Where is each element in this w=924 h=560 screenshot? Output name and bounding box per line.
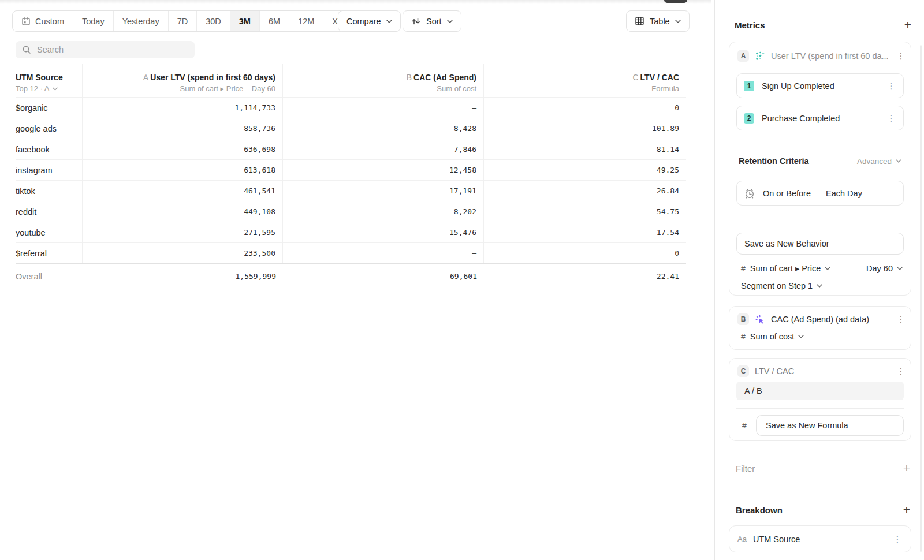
breakdown-property-name: UTM Source	[753, 535, 886, 544]
funnel-step-1[interactable]: 1 Sign Up Completed ⋮	[736, 73, 904, 98]
search-input[interactable]	[37, 45, 188, 54]
card-divider	[736, 408, 904, 409]
criteria-frequency[interactable]: Each Day	[826, 189, 862, 198]
range-7d[interactable]: 7D	[169, 11, 198, 31]
search-box	[16, 41, 195, 58]
event-click-icon	[755, 314, 765, 324]
advanced-toggle[interactable]: Advanced	[857, 157, 901, 166]
step-event-name: Purchase Completed	[762, 114, 878, 123]
segment-dropdown[interactable]: Segment on Step 1	[741, 281, 822, 290]
table-row[interactable]: facebook 636,698 7,846 81.14	[16, 139, 686, 159]
top-scroll-shade	[0, 0, 711, 4]
kebab-menu-icon[interactable]: ⋮	[886, 81, 896, 91]
table-row[interactable]: instagram 613,618 12,458 49.25	[16, 159, 686, 180]
table-row[interactable]: reddit 449,108 8,202 54.75	[16, 201, 686, 222]
range-label: Custom	[35, 17, 64, 26]
add-breakdown-button[interactable]: +	[903, 504, 910, 516]
chevron-down-icon[interactable]	[53, 87, 58, 91]
table-row[interactable]: youtube 271,595 15,476 17.54	[16, 222, 686, 242]
save-as-new-behavior-button[interactable]: Save as New Behavior	[736, 233, 904, 255]
metric-card-c: C LTV / CAC ⋮ A / B # Save as New Formul…	[729, 358, 911, 441]
search-icon	[22, 45, 31, 54]
filter-section-header: Filter +	[736, 462, 910, 474]
range-today[interactable]: Today	[73, 11, 114, 31]
segment-row: Segment on Step 1	[741, 281, 822, 290]
table-grid-icon	[635, 16, 644, 26]
view-type-button[interactable]: Table	[626, 10, 690, 32]
kebab-menu-icon[interactable]: ⋮	[886, 113, 896, 124]
metric-key-badge: B	[737, 313, 749, 325]
metrics-section-header: Metrics +	[735, 19, 911, 31]
breakdown-title: Breakdown	[736, 505, 783, 515]
behavior-metric-icon	[755, 51, 765, 61]
retention-criteria-header: Retention Criteria Advanced	[739, 156, 901, 166]
kebab-menu-icon[interactable]: ⋮	[896, 366, 906, 376]
range-30d[interactable]: 30D	[197, 11, 230, 31]
measurement-property-row: # Sum of cart ▸ Price Day 60	[741, 264, 903, 273]
range-custom[interactable]: Custom	[13, 11, 73, 31]
results-table: UTM Source Top 12 · A AUser LTV (spend i…	[16, 64, 686, 289]
alarm-clock-icon	[744, 188, 755, 199]
compare-button[interactable]: Compare	[338, 10, 401, 32]
metric-title[interactable]: CAC (Ad Spend) (ad data)	[771, 315, 890, 324]
breakdown-item-utm-source[interactable]: Aa UTM Source ⋮	[729, 525, 911, 552]
chevron-down-icon	[386, 20, 392, 23]
metrics-title: Metrics	[735, 20, 765, 30]
range-6m[interactable]: 6M	[260, 11, 289, 31]
chevron-down-icon	[675, 20, 681, 23]
metric-key-badge: A	[737, 50, 749, 62]
criteria-condition[interactable]: On or Before	[763, 189, 811, 198]
range-yesterday[interactable]: Yesterday	[114, 11, 169, 31]
metric-title[interactable]: LTV / CAC	[755, 367, 890, 376]
formula-input[interactable]: A / B	[736, 382, 904, 400]
funnel-step-2[interactable]: 2 Purchase Completed ⋮	[736, 106, 904, 130]
table-row[interactable]: $organic 1,114,733 – 0	[16, 97, 686, 118]
window-dropdown[interactable]: Day 60	[866, 264, 903, 273]
calendar-icon	[21, 17, 31, 26]
column-header-metric-b[interactable]: BCAC (Ad Spend) Sum of cost	[283, 64, 484, 97]
top-edge-artifact	[664, 0, 687, 3]
table-row[interactable]: tiktok 461,541 17,191 26.84	[16, 180, 686, 201]
text-type-icon: Aa	[737, 535, 747, 543]
step-number-badge: 2	[744, 113, 754, 124]
property-dropdown[interactable]: Sum of cart ▸ Price	[750, 264, 831, 273]
metric-card-a: A User LTV (spend in first 60 da... ⋮ 1 …	[729, 42, 911, 296]
measurement-property-row: # Sum of cost	[741, 332, 804, 341]
sidebar-divider	[714, 0, 715, 560]
number-type-icon: #	[742, 421, 747, 430]
column-header-metric-c[interactable]: CLTV / CAC Formula	[484, 64, 686, 97]
save-as-new-formula-button[interactable]: Save as New Formula	[756, 415, 904, 436]
column-header-utm-source[interactable]: UTM Source Top 12 · A	[16, 64, 83, 97]
chevron-down-icon	[447, 20, 453, 23]
retention-criteria-row[interactable]: On or Before Each Day	[736, 181, 904, 206]
kebab-menu-icon[interactable]: ⋮	[896, 51, 906, 61]
property-dropdown[interactable]: Sum of cost	[750, 332, 804, 341]
number-type-icon: #	[741, 332, 746, 341]
kebab-menu-icon[interactable]: ⋮	[896, 314, 906, 324]
range-3m[interactable]: 3M	[230, 11, 260, 31]
sort-button[interactable]: Sort	[403, 10, 461, 32]
table-row[interactable]: $referral 233,500 – 0	[16, 242, 686, 263]
date-range-selector: Custom Today Yesterday 7D 30D 3M 6M 12M …	[12, 10, 368, 32]
card-divider	[736, 226, 904, 226]
table-row[interactable]: google ads 858,736 8,428 101.89	[16, 118, 686, 139]
step-number-badge: 1	[744, 81, 754, 91]
retention-criteria-title: Retention Criteria	[739, 156, 809, 166]
add-filter-button[interactable]: +	[903, 462, 910, 474]
table-header-row: UTM Source Top 12 · A AUser LTV (spend i…	[16, 64, 686, 97]
column-header-metric-a[interactable]: AUser LTV (spend in first 60 days) Sum o…	[83, 64, 283, 97]
number-type-icon: #	[741, 264, 746, 273]
sidebar-scrollbar[interactable]	[920, 45, 922, 552]
step-event-name: Sign Up Completed	[762, 81, 878, 91]
filter-title: Filter	[736, 464, 755, 473]
range-12m[interactable]: 12M	[289, 11, 323, 31]
metric-card-b: B CAC (Ad Spend) (ad data) ⋮ # Sum of co…	[729, 306, 911, 350]
metric-title[interactable]: User LTV (spend in first 60 da...	[771, 51, 890, 61]
breakdown-section-header: Breakdown +	[736, 504, 910, 516]
sort-arrows-icon	[411, 17, 421, 26]
kebab-menu-icon[interactable]: ⋮	[892, 534, 903, 544]
metric-key-badge: C	[737, 365, 749, 377]
add-metric-button[interactable]: +	[904, 19, 911, 31]
table-overall-row: Overall 1,559,999 69,601 22.41	[16, 263, 686, 289]
